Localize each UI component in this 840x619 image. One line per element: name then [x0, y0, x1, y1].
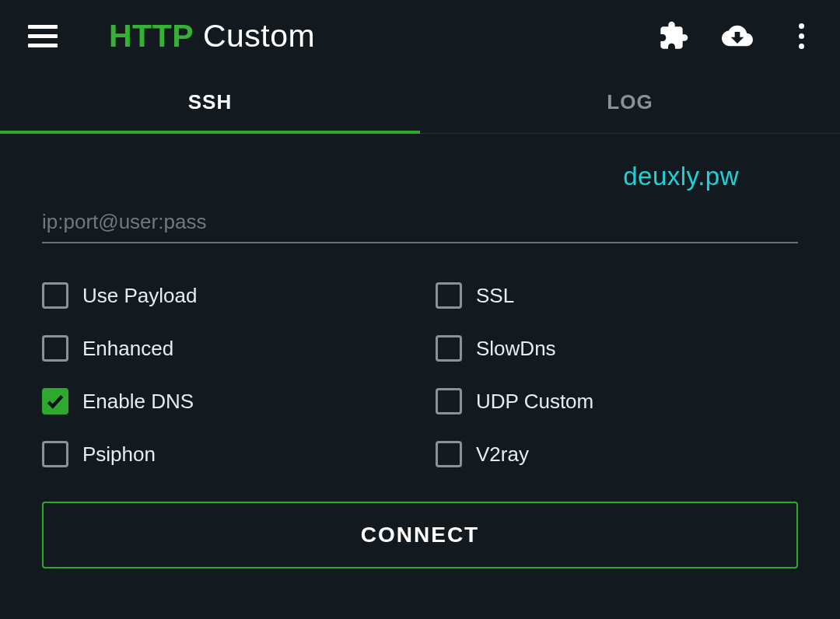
- option-use-payload[interactable]: Use Payload: [42, 282, 404, 309]
- option-label-use-payload: Use Payload: [82, 284, 197, 308]
- option-psiphon[interactable]: Psiphon: [42, 441, 404, 467]
- option-label-slowdns: SlowDns: [476, 337, 556, 361]
- checkbox-use-payload[interactable]: [42, 282, 68, 309]
- option-udp-custom[interactable]: UDP Custom: [436, 388, 798, 414]
- checkbox-ssl[interactable]: [436, 282, 462, 309]
- connection-input[interactable]: [42, 207, 798, 237]
- option-label-psiphon: Psiphon: [82, 442, 156, 467]
- options-grid: Use PayloadSSLEnhancedSlowDnsEnable DNSU…: [42, 282, 798, 467]
- option-ssl[interactable]: SSL: [436, 282, 798, 309]
- app-title: HTTP Custom: [109, 18, 315, 54]
- option-label-udp-custom: UDP Custom: [476, 390, 593, 414]
- option-slowdns[interactable]: SlowDns: [436, 335, 798, 362]
- option-label-v2ray: V2ray: [476, 442, 529, 467]
- option-label-enhanced: Enhanced: [82, 337, 173, 361]
- tab-bar: SSH LOG: [0, 72, 840, 134]
- option-enhanced[interactable]: Enhanced: [42, 335, 404, 362]
- option-v2ray[interactable]: V2ray: [436, 441, 798, 467]
- option-label-ssl: SSL: [476, 284, 514, 308]
- app-bar: HTTP Custom: [0, 0, 840, 72]
- cloud-download-icon[interactable]: [720, 19, 754, 53]
- main-content: deuxly.pw Use PayloadSSLEnhancedSlowDnsE…: [0, 134, 840, 467]
- more-icon[interactable]: [784, 19, 818, 53]
- checkbox-enable-dns[interactable]: [42, 388, 68, 414]
- checkbox-slowdns[interactable]: [436, 335, 462, 362]
- appbar-actions: [656, 19, 818, 53]
- app-title-rest: Custom: [194, 18, 315, 54]
- checkbox-v2ray[interactable]: [436, 441, 462, 467]
- connect-button[interactable]: CONNECT: [42, 502, 798, 568]
- connect-button-label: CONNECT: [361, 523, 479, 547]
- checkbox-enhanced[interactable]: [42, 335, 68, 362]
- app-title-accent: HTTP: [109, 18, 194, 54]
- menu-icon[interactable]: [28, 20, 59, 51]
- tab-log-label: LOG: [607, 90, 653, 114]
- extension-icon[interactable]: [656, 19, 691, 53]
- tab-ssh-label: SSH: [188, 90, 232, 114]
- option-enable-dns[interactable]: Enable DNS: [42, 388, 404, 414]
- option-label-enable-dns: Enable DNS: [82, 390, 194, 414]
- checkbox-udp-custom[interactable]: [436, 388, 462, 414]
- watermark-text: deuxly.pw: [623, 162, 739, 191]
- checkbox-psiphon[interactable]: [42, 441, 68, 467]
- tab-ssh[interactable]: SSH: [0, 72, 420, 133]
- tab-log[interactable]: LOG: [420, 72, 840, 133]
